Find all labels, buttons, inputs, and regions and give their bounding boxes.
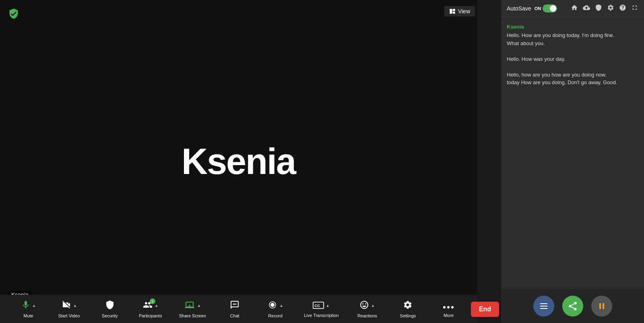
mute-label: Mute (23, 313, 33, 318)
cloud-upload-icon[interactable] (583, 4, 590, 13)
participant-name: Ksenia (182, 141, 295, 182)
share-screen-label: Share Screen (179, 313, 206, 318)
toolbar-item-more[interactable]: More (436, 300, 460, 318)
more-icon (443, 300, 454, 312)
autosave-label: AutoSave (507, 5, 531, 12)
toolbar-item-chat[interactable]: Chat (223, 300, 247, 318)
record-icon (267, 300, 278, 312)
toolbar-item-participants[interactable]: 1 ▲ Participants (138, 300, 163, 318)
autosave-header: AutoSave ON (501, 0, 644, 17)
side-panel: AutoSave ON (501, 0, 644, 323)
help-icon[interactable] (619, 4, 626, 13)
end-button[interactable]: End (471, 302, 499, 317)
toolbar-item-mute[interactable]: ▲ Mute (17, 300, 41, 318)
video-control[interactable]: ▲ (61, 300, 77, 312)
transcription-arrow[interactable]: ▲ (326, 303, 330, 308)
record-arrow[interactable]: ▲ (279, 303, 283, 308)
mute-control[interactable]: ▲ (21, 300, 36, 312)
view-label: View (458, 8, 470, 14)
toolbar-item-video[interactable]: ▲ Start Video (57, 300, 81, 318)
view-button[interactable]: View (444, 6, 475, 17)
svg-rect-4 (540, 306, 547, 306)
pause-button[interactable] (591, 296, 612, 317)
toggle-on-label: ON (535, 6, 541, 11)
reactions-control[interactable]: ▲ (359, 300, 375, 312)
svg-point-6 (233, 303, 234, 304)
svg-point-10 (270, 303, 275, 307)
reactions-label: Reactions (357, 313, 377, 318)
mic-icon (21, 300, 31, 312)
list-button[interactable] (533, 296, 554, 317)
main-video-area: Ksenia Ksenia (0, 0, 477, 323)
chat-icon (229, 300, 240, 312)
svg-point-7 (234, 303, 235, 304)
toolbar-item-settings[interactable]: Settings (396, 300, 420, 318)
participants-control[interactable]: 1 ▲ (142, 300, 159, 312)
video-arrow[interactable]: ▲ (73, 303, 77, 308)
toolbar-item-live-transcription[interactable]: CC ▲ Live Transcription (304, 300, 339, 318)
settings-header-icon[interactable] (607, 4, 614, 13)
mute-arrow[interactable]: ▲ (32, 303, 36, 308)
home-icon[interactable] (571, 4, 578, 13)
transcription-control[interactable]: CC ▲ (313, 300, 330, 312)
chat-text: Hello. How are you doing today. I'm doin… (507, 31, 638, 87)
chat-message: Ksenia Hello. How are you doing today. I… (507, 24, 638, 87)
video-off-icon (61, 300, 72, 312)
toolbar-item-share-screen[interactable]: ▲ Share Screen (179, 300, 206, 318)
security-icon (105, 300, 115, 312)
toolbar-item-reactions[interactable]: ▲ Reactions (355, 300, 379, 318)
toggle-switch[interactable] (543, 4, 557, 12)
svg-rect-2 (453, 12, 455, 14)
panel-controls (501, 289, 644, 323)
participants-icon: 1 (142, 300, 153, 312)
share-screen-arrow[interactable]: ▲ (197, 303, 201, 308)
transcription-label: Live Transcription (304, 313, 339, 318)
share-button[interactable] (562, 296, 583, 317)
chat-area: Ksenia Hello. How are you doing today. I… (501, 17, 644, 289)
settings-label: Settings (400, 313, 416, 318)
reactions-arrow[interactable]: ▲ (371, 303, 375, 308)
svg-rect-0 (450, 9, 452, 14)
svg-point-14 (447, 306, 450, 309)
record-control[interactable]: ▲ (267, 300, 283, 312)
svg-point-15 (451, 306, 454, 309)
toolbar: ▲ Mute ▲ Start Video Security (0, 295, 477, 323)
toolbar-item-record[interactable]: ▲ Record (263, 300, 287, 318)
reactions-icon (359, 300, 369, 312)
security-label: Security (102, 313, 118, 318)
autosave-toggle[interactable]: ON (535, 4, 557, 12)
share-screen-icon (184, 300, 195, 312)
svg-rect-3 (540, 303, 547, 304)
chat-sender: Ksenia (507, 24, 638, 30)
participants-badge: 1 (150, 298, 155, 304)
svg-point-8 (235, 303, 237, 304)
shield-header-icon[interactable] (595, 4, 602, 13)
participants-label: Participants (139, 313, 162, 318)
video-label: Start Video (58, 313, 80, 318)
chat-label: Chat (230, 313, 239, 318)
cc-icon: CC (313, 300, 324, 312)
svg-rect-5 (540, 308, 547, 309)
more-label: More (444, 313, 454, 318)
svg-rect-1 (453, 9, 455, 11)
security-shield-icon (8, 8, 19, 22)
toolbar-item-security[interactable]: Security (98, 300, 122, 318)
expand-icon[interactable] (631, 4, 638, 13)
share-screen-control[interactable]: ▲ (184, 300, 201, 312)
record-label: Record (268, 313, 282, 318)
settings-toolbar-icon (403, 300, 413, 312)
svg-text:CC: CC (315, 303, 320, 308)
participants-arrow[interactable]: ▲ (155, 303, 159, 308)
svg-point-13 (443, 306, 446, 309)
header-icons (571, 4, 638, 13)
